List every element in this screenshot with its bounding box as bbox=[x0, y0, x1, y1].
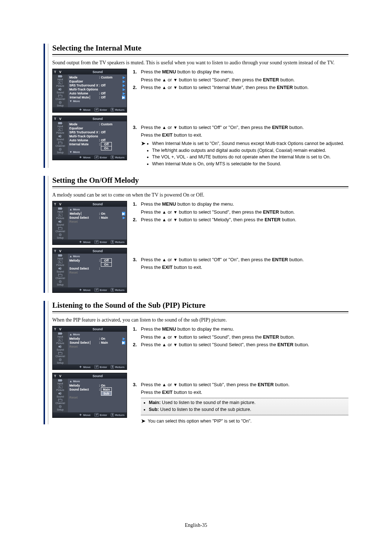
input-icon bbox=[58, 207, 62, 210]
sidebar-item: Input bbox=[53, 207, 68, 213]
menu-footer: ✦Move ⏎Enter ⅡReturn bbox=[53, 412, 127, 417]
sidebar-item: Sound bbox=[53, 220, 68, 226]
svg-marker-54 bbox=[58, 392, 61, 395]
callout-item: The VOL +, VOL - and MUTE buttons do not… bbox=[152, 154, 344, 160]
menu-row: Reset bbox=[68, 219, 127, 223]
callout-item: The left/right audio outputs and digital… bbox=[152, 148, 344, 154]
input-icon bbox=[58, 75, 62, 78]
footer-move: ✦Move bbox=[79, 413, 90, 417]
menu-header: T V Sound bbox=[53, 69, 127, 74]
tv-menu-screenshot: T V Sound InputPictureSoundChannelSetup … bbox=[52, 373, 127, 418]
menu-sidebar: InputPictureSoundChannelSetup bbox=[53, 379, 68, 412]
menu-row: Reset bbox=[68, 270, 127, 274]
sidebar-item: Setup bbox=[53, 233, 68, 239]
svg-marker-41 bbox=[61, 332, 62, 335]
section-intro: A melody sound can be set to come on whe… bbox=[52, 192, 348, 198]
channel-icon bbox=[58, 399, 62, 401]
step-3-exit: Press the EXIT button to exit. bbox=[133, 132, 348, 138]
sound-icon bbox=[58, 392, 62, 395]
menu-footer: ✦Move ⏎Enter ⅡReturn bbox=[53, 239, 127, 245]
menu-title: Sound bbox=[70, 374, 125, 378]
menu-screenshots: T V Sound InputPictureSoundChannelSetup … bbox=[52, 326, 126, 418]
channel-icon bbox=[58, 94, 62, 97]
footer-return: ⅡReturn bbox=[111, 288, 124, 292]
footnote-text: You can select this option when "PIP" is… bbox=[148, 418, 252, 424]
section-title: Selecting the Internal Mute bbox=[52, 44, 348, 53]
sidebar-item: Picture bbox=[53, 128, 68, 134]
step-1-sub: Press the ▲ or ▼ button to select "Sound… bbox=[133, 77, 348, 83]
svg-point-9 bbox=[60, 102, 61, 103]
menu-header: T V Sound bbox=[53, 248, 127, 254]
svg-marker-44 bbox=[58, 345, 61, 348]
svg-rect-5 bbox=[58, 95, 62, 97]
svg-rect-55 bbox=[58, 399, 62, 401]
menu-title: Sound bbox=[70, 249, 125, 253]
sidebar-item: Input bbox=[53, 74, 68, 81]
menu-row: SRS TruSurround XT: Off▶ bbox=[68, 83, 127, 87]
menu-content: ▲ MoreMelody: On▶Sound Select: Main▶Rese… bbox=[68, 207, 127, 239]
svg-marker-34 bbox=[58, 267, 61, 270]
step-3: 3. Press the ▲ or ▼ button to select "Of… bbox=[133, 257, 348, 263]
menu-footer: ✦Move ⏎Enter ⅡReturn bbox=[53, 107, 127, 112]
picture-icon bbox=[58, 128, 62, 131]
section-accent-rule bbox=[44, 44, 48, 168]
svg-marker-24 bbox=[58, 220, 61, 223]
footer-return: ⅡReturn bbox=[111, 240, 124, 244]
menu-sidebar: InputPictureSoundChannelSetup bbox=[53, 254, 68, 287]
step-1-sub: Press the ▲ or ▼ button to select "Sound… bbox=[133, 334, 348, 340]
tv-label: T V bbox=[54, 70, 69, 74]
footer-return: ⅡReturn bbox=[111, 108, 124, 112]
svg-rect-45 bbox=[58, 352, 62, 355]
footer-return: ⅡReturn bbox=[111, 413, 124, 417]
step-1: 1. Press the MENU button to display the … bbox=[133, 326, 348, 332]
sidebar-item: Sound bbox=[53, 392, 68, 398]
menu-row: Sound Select: bbox=[68, 266, 127, 270]
setup-icon bbox=[58, 280, 62, 283]
menu-header: T V Sound bbox=[53, 116, 127, 121]
svg-marker-1 bbox=[61, 75, 62, 78]
menu-row: Equalizer bbox=[68, 126, 127, 130]
section-title: Setting the On/Off Melody bbox=[52, 176, 348, 186]
footer-enter: ⏎Enter bbox=[94, 288, 107, 292]
svg-rect-25 bbox=[58, 227, 62, 230]
tv-menu-screenshot: T V Sound InputPictureSoundChannelSetup … bbox=[52, 69, 127, 113]
tv-menu-screenshot: T V Sound InputPictureSoundChannelSetup … bbox=[52, 326, 127, 370]
menu-content: ▲ MoreMelody: OnSound Select: Main SubRe… bbox=[68, 379, 127, 412]
step-2: 2. Press the ▲ or ▼ button to select "In… bbox=[133, 84, 348, 91]
instructions: 1. Press the MENU button to display the … bbox=[133, 326, 348, 424]
callout-arrow-icon: ➤ bbox=[141, 141, 146, 168]
footer-move: ✦Move bbox=[79, 156, 90, 159]
menu-row: ▼ More bbox=[68, 99, 127, 103]
section-sound-select: Listening to the Sound of the Sub (PIP) … bbox=[44, 301, 348, 424]
footer-move: ✦Move bbox=[79, 240, 90, 244]
sound-icon bbox=[58, 267, 62, 270]
menu-row: ▲ More bbox=[68, 254, 127, 258]
sidebar-item: Setup bbox=[53, 101, 68, 107]
callout-item: When Internal Mute is set to "On", Sound… bbox=[152, 141, 344, 147]
note-item: Sub: Used to listen to the sound of the … bbox=[149, 407, 346, 413]
setup-icon bbox=[58, 233, 62, 236]
picture-icon bbox=[58, 214, 62, 217]
menu-row: Mode: Custom bbox=[68, 122, 127, 126]
footer-move: ✦Move bbox=[79, 288, 90, 292]
channel-icon bbox=[58, 352, 62, 355]
menu-content: ▲ MoreMelody: On▶Sound Select: Main▶Rese… bbox=[68, 332, 127, 364]
setup-icon bbox=[58, 358, 62, 361]
tv-label: T V bbox=[54, 249, 69, 253]
section-intro: When the PIP feature is activated, you c… bbox=[52, 317, 348, 323]
menu-row: Internal Mute: Off bbox=[68, 142, 127, 146]
menu-row: Mode: Custom▶ bbox=[68, 75, 127, 79]
sidebar-item: Setup bbox=[53, 148, 68, 154]
menu-row: Melody: On bbox=[68, 383, 127, 387]
menu-row: Auto Volume: Off▶ bbox=[68, 91, 127, 95]
menu-row: Melody: On▶ bbox=[68, 211, 127, 215]
sidebar-item: Setup bbox=[53, 405, 68, 411]
menu-row: Multi-Track Options bbox=[68, 134, 127, 138]
menu-row: Internal Mute: Off▶ bbox=[68, 95, 127, 99]
tv-menu-screenshot: T V Sound InputPictureSoundChannelSetup … bbox=[52, 201, 127, 245]
input-icon bbox=[58, 122, 62, 125]
menu-row: Reset bbox=[68, 344, 127, 348]
channel-icon bbox=[58, 141, 62, 144]
title-underline bbox=[52, 54, 348, 56]
section-melody: Setting the On/Off Melody A melody sound… bbox=[44, 176, 348, 293]
